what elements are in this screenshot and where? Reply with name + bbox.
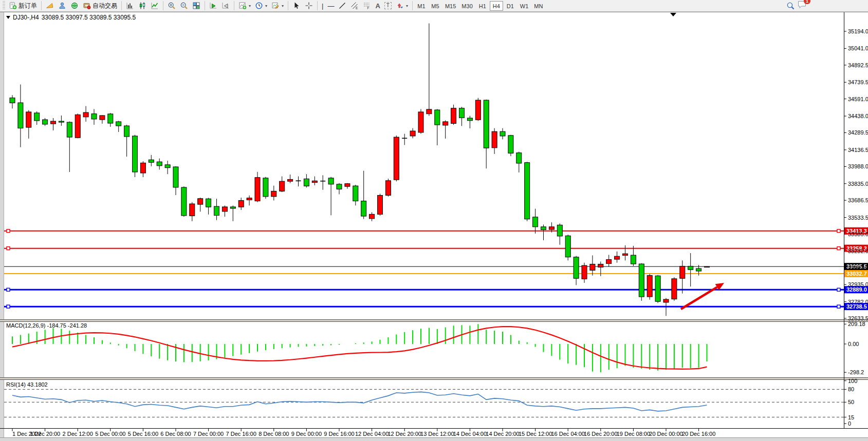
bar-chart-button[interactable] xyxy=(124,1,136,11)
time-axis-label: 14 Dec 20:00 xyxy=(486,431,519,437)
time-axis-label: 16 Dec 20:00 xyxy=(584,431,617,437)
time-axis-label: 19 Dec 08:00 xyxy=(617,431,650,437)
candle-body xyxy=(26,112,31,127)
candle-body xyxy=(337,184,342,189)
text-label-button[interactable]: T xyxy=(382,1,394,11)
price-axis-label: 32935.0 xyxy=(848,281,868,287)
auto-scroll-button[interactable] xyxy=(207,1,219,11)
bottom-strip xyxy=(0,438,868,441)
candle-body xyxy=(394,137,399,180)
candle-body xyxy=(214,206,219,215)
timeframe-M30[interactable]: M30 xyxy=(459,1,475,11)
styles-button[interactable] xyxy=(44,1,56,11)
rsi-axis-label: 0 xyxy=(848,420,851,427)
candle-body xyxy=(370,214,375,219)
timeframe-MN[interactable]: MN xyxy=(531,1,545,11)
candle-body xyxy=(75,114,80,138)
candle-body xyxy=(655,276,660,301)
time-axis-label: 5 Dec 16:00 xyxy=(128,431,158,437)
market-watch-button[interactable] xyxy=(68,1,81,11)
timeframe-H1[interactable]: H1 xyxy=(476,1,489,11)
candle-body xyxy=(149,160,154,162)
zoom-out-button[interactable] xyxy=(178,1,190,11)
rsi-value: 43.1802 xyxy=(27,381,48,388)
crosshair-button[interactable] xyxy=(303,1,315,11)
price-axis-label: 33835.0 xyxy=(848,181,868,187)
candle-body xyxy=(525,163,530,219)
timeframe-M15[interactable]: M15 xyxy=(442,1,458,11)
price-axis-label: 33686.5 xyxy=(848,197,868,203)
candlestick-icon xyxy=(138,2,146,10)
timeframe-M5[interactable]: M5 xyxy=(429,1,442,11)
rsi-axis-label: 100 xyxy=(848,378,857,384)
time-axis-label: 12 Dec 20:00 xyxy=(387,431,421,437)
vertical-line-button[interactable]: | xyxy=(320,1,325,11)
search-button[interactable] xyxy=(784,1,797,11)
time-axis-label: 16 Dec 04:00 xyxy=(551,431,584,437)
profiles-button[interactable] xyxy=(56,1,68,11)
price-axis-label: 33083.5 xyxy=(848,265,868,271)
horizontal-line-button[interactable]: — xyxy=(325,1,336,11)
candle-body xyxy=(557,225,562,236)
candle-body xyxy=(328,178,334,184)
new-order-icon xyxy=(9,2,17,10)
separator xyxy=(41,1,42,10)
timeframe-H4[interactable]: H4 xyxy=(490,1,503,11)
chat-button[interactable]: 1 xyxy=(797,0,807,11)
templates-button[interactable]: ▾ xyxy=(269,1,286,11)
panel-splitter[interactable] xyxy=(0,320,868,321)
periods-button[interactable]: ▾ xyxy=(253,1,269,11)
chart-header: DJ30-,H4 33089.5 33097.5 33089.5 33095.5 xyxy=(6,14,136,21)
search-icon xyxy=(786,2,795,10)
timeframe-M1[interactable]: M1 xyxy=(415,1,428,11)
chart-shift-button[interactable] xyxy=(219,1,232,11)
candle-body xyxy=(631,255,636,264)
channel-icon: E xyxy=(350,2,359,10)
separator xyxy=(288,1,288,10)
collapse-icon[interactable] xyxy=(6,16,10,19)
equidistant-channel-button[interactable]: E xyxy=(348,1,361,11)
candle-body xyxy=(574,257,579,278)
price-axis-label: 35194.0 xyxy=(848,28,868,34)
timeframe-W1[interactable]: W1 xyxy=(518,1,531,11)
candle-body xyxy=(410,131,415,136)
timefram e-group: M1M5M15M30H1H4D1W1MN xyxy=(415,1,545,11)
candle-body xyxy=(91,114,97,119)
cursor-button[interactable] xyxy=(290,1,303,11)
chart-ohlc-values: 33089.5 33097.5 33089.5 33095.5 xyxy=(42,14,136,21)
candle-body xyxy=(353,186,358,201)
zoom-in-button[interactable] xyxy=(165,1,178,11)
vertical-line-icon: | xyxy=(322,2,323,10)
add-indicator-button[interactable]: ▾ xyxy=(236,1,253,11)
bar-chart-icon xyxy=(126,2,134,10)
signal-globe-icon xyxy=(70,2,79,10)
candle-body xyxy=(533,217,538,227)
candle-body xyxy=(67,122,72,137)
trendline-button[interactable] xyxy=(336,1,348,11)
tile-windows-button[interactable] xyxy=(190,1,202,11)
panel-splitter[interactable] xyxy=(0,378,868,379)
candle-chart-button[interactable] xyxy=(136,1,149,11)
timeframe-D1[interactable]: D1 xyxy=(504,1,517,11)
macd-value: -184.75 xyxy=(47,322,66,329)
chart-canvas[interactable]: 33413.333258.333095.533032.732889.032738… xyxy=(0,0,868,441)
candle-body xyxy=(116,122,121,126)
time-axis-label: 5 Dec 00:00 xyxy=(95,431,125,437)
candle-body xyxy=(165,165,170,168)
autotrading-button[interactable]: 自动交易 xyxy=(81,1,119,11)
toolbar-drag-handle[interactable] xyxy=(3,1,5,10)
candle-body xyxy=(173,167,178,187)
clock-icon xyxy=(255,2,263,10)
fibonacci-button[interactable]: F xyxy=(361,1,373,11)
text-button[interactable]: A xyxy=(373,1,382,11)
candle-body xyxy=(385,181,391,196)
candle-body xyxy=(443,122,448,125)
price-axis-label: 32633.5 xyxy=(848,315,868,321)
line-chart-button[interactable] xyxy=(149,1,161,11)
new-order-button[interactable]: 新订单 xyxy=(7,1,39,11)
candle-body xyxy=(230,207,235,208)
candle-body xyxy=(133,136,138,172)
arrows-button[interactable]: ▾ xyxy=(394,1,410,11)
chart-shift-icon xyxy=(221,2,230,10)
line-chart-icon xyxy=(151,2,159,10)
